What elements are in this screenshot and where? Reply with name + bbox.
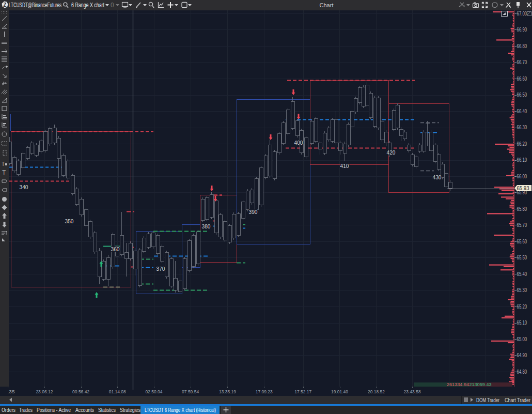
svg-text:66.90: 66.90: [517, 27, 527, 33]
svg-text:66.50: 66.50: [517, 92, 527, 98]
svg-text:6 Range X chart: 6 Range X chart: [71, 2, 104, 9]
svg-text:66.70: 66.70: [517, 59, 527, 65]
svg-text:400: 400: [294, 140, 303, 146]
svg-text:Trades: Trades: [19, 407, 33, 413]
svg-text:360: 360: [111, 246, 120, 252]
svg-text:Z: Z: [3, 2, 6, 8]
svg-text:65.60: 65.60: [517, 239, 527, 244]
svg-text:23:43:58: 23:43:58: [404, 389, 421, 394]
svg-text:Accounts: Accounts: [75, 407, 94, 413]
svg-text::35: :35: [8, 389, 15, 394]
svg-text:0: 0: [111, 2, 114, 9]
svg-text:65.20: 65.20: [517, 304, 527, 310]
svg-text:66.30: 66.30: [517, 125, 527, 130]
svg-text:340: 340: [20, 184, 28, 190]
svg-text:66.20: 66.20: [517, 141, 527, 147]
svg-text:Statistics: Statistics: [98, 407, 116, 413]
svg-text:T: T: [2, 161, 5, 167]
svg-text:LTCUSDT 6 Range X chart (Histo: LTCUSDT 6 Range X chart (Historical): [145, 407, 216, 413]
svg-text:213059.43: 213059.43: [470, 382, 492, 387]
svg-text:20:18:52: 20:18:52: [368, 389, 385, 394]
svg-text:Chart: Chart: [320, 2, 334, 8]
svg-text:17:09:23: 17:09:23: [256, 389, 273, 394]
svg-text:65.50: 65.50: [517, 255, 527, 260]
svg-text:00:56:42: 00:56:42: [72, 389, 89, 394]
svg-text:02:50:04: 02:50:04: [146, 389, 163, 394]
svg-text:66.80: 66.80: [517, 43, 527, 49]
svg-text:07:59:54: 07:59:54: [182, 389, 199, 394]
svg-text:420: 420: [387, 149, 396, 156]
svg-text:430: 430: [433, 174, 442, 180]
svg-text:65.70: 65.70: [517, 222, 527, 228]
svg-text:380: 380: [202, 223, 211, 229]
svg-text:65.93: 65.93: [517, 185, 529, 191]
svg-text:Strategies: Strategies: [120, 407, 140, 413]
svg-text:DOM Trader: DOM Trader: [476, 397, 499, 403]
svg-text:65.30: 65.30: [517, 287, 527, 293]
svg-text:LTCUSDT@BinanceFutures: LTCUSDT@BinanceFutures: [9, 2, 61, 9]
svg-text:64.90: 64.90: [517, 352, 527, 358]
svg-text:01:14:08: 01:14:08: [109, 389, 126, 394]
svg-text:Chart Trader: Chart Trader: [505, 397, 530, 403]
svg-text:19:01:40: 19:01:40: [331, 389, 348, 394]
svg-text:66.40: 66.40: [517, 109, 527, 114]
svg-text:65.80: 65.80: [517, 206, 527, 212]
svg-text:T: T: [2, 169, 6, 176]
svg-text:65.00: 65.00: [517, 336, 527, 342]
svg-text:66.00: 66.00: [517, 174, 527, 179]
svg-text:370: 370: [157, 266, 165, 272]
svg-text:65.10: 65.10: [517, 320, 527, 326]
svg-text:261334.94: 261334.94: [447, 382, 469, 387]
svg-text:66.60: 66.60: [517, 76, 527, 82]
svg-text:65.40: 65.40: [517, 271, 527, 277]
svg-text:410: 410: [340, 163, 349, 169]
svg-text:Positions - Active: Positions - Active: [37, 407, 71, 413]
svg-text:13:35:19: 13:35:19: [219, 389, 236, 394]
svg-text:64.80: 64.80: [517, 369, 527, 375]
svg-text:390: 390: [249, 209, 258, 215]
svg-text:67.00: 67.00: [517, 11, 527, 17]
svg-text:Orders: Orders: [2, 407, 15, 413]
svg-text:350: 350: [65, 218, 74, 224]
svg-text:23:06:12: 23:06:12: [36, 389, 53, 394]
svg-text:66.10: 66.10: [517, 157, 527, 163]
svg-text:17:52:17: 17:52:17: [294, 389, 311, 394]
